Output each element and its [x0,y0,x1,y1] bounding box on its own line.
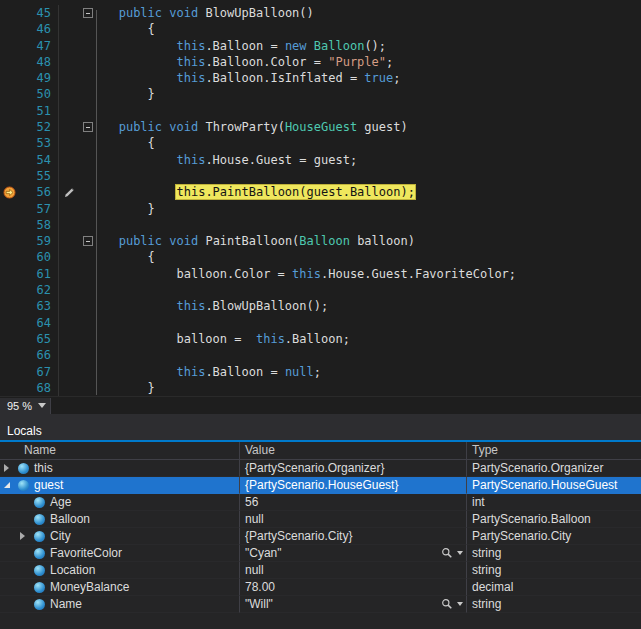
code-text[interactable] [97,168,641,184]
value-cell[interactable]: null [240,562,467,579]
code-text[interactable]: public void PaintBalloon(Balloon balloon… [97,233,641,249]
zoom-control[interactable]: 95 % [0,398,51,414]
code-token: { [97,250,155,264]
code-text[interactable]: this.BlowUpBalloon(); [97,298,641,314]
locals-row-balloon[interactable]: BalloonnullPartyScenario.Balloon [0,511,641,528]
breakpoint-margin[interactable] [0,298,18,314]
breakpoint-margin[interactable] [0,233,18,249]
code-text[interactable]: this.Balloon.IsInflated = true; [97,70,641,86]
breakpoint-margin[interactable] [0,21,18,37]
locals-row-moneybalance[interactable]: MoneyBalance78.00decimal [0,579,641,596]
column-header-type[interactable]: Type [467,442,641,459]
indicator-margin [59,54,79,70]
column-header-value[interactable]: Value [240,442,467,459]
code-text[interactable]: this.Balloon = new Balloon(); [97,38,641,54]
visualizer-dropdown-icon[interactable] [457,551,463,555]
code-text[interactable]: { [97,249,641,265]
breakpoint-margin[interactable] [0,86,18,102]
value-cell[interactable]: {PartyScenario.Organizer} [240,460,467,477]
breakpoint-margin[interactable] [0,152,18,168]
code-text[interactable]: } [97,201,641,217]
breakpoint-margin[interactable] [0,249,18,265]
code-text[interactable] [97,315,641,331]
code-text[interactable]: { [97,135,641,151]
breakpoint-margin[interactable] [0,380,18,396]
value-cell[interactable]: null [240,511,467,528]
code-text[interactable]: this.Balloon.Color = "Purple"; [97,54,641,70]
code-text[interactable] [97,347,641,363]
breakpoint-margin[interactable] [0,119,18,135]
breakpoint-margin[interactable] [0,315,18,331]
fold-margin [79,201,97,217]
locals-row-guest[interactable]: guest{PartyScenario.HouseGuest}PartyScen… [0,477,641,494]
value-cell[interactable]: 78.00 [240,579,467,596]
locals-panel-title[interactable]: Locals [0,423,641,442]
code-text[interactable]: this.Balloon = null; [97,364,641,380]
code-text[interactable]: this.House.Guest = guest; [97,152,641,168]
indicator-margin [59,119,79,135]
locals-row-location[interactable]: Locationnullstring [0,562,641,579]
window-splitter[interactable] [0,414,641,423]
tree-collapse-arrow-icon[interactable] [4,482,18,488]
name-cell[interactable]: guest [0,477,240,494]
value-cell[interactable]: 56 [240,494,467,511]
breakpoint-margin[interactable] [0,38,18,54]
breakpoint-margin[interactable] [0,282,18,298]
code-text[interactable]: public void ThrowParty(HouseGuest guest) [97,119,641,135]
locals-row-name[interactable]: Name"Will"string [0,596,641,613]
breakpoint-margin[interactable] [0,54,18,70]
breakpoint-margin[interactable] [0,5,18,21]
code-text[interactable]: { [97,21,641,37]
breakpoint-margin[interactable] [0,331,18,347]
column-header-name[interactable]: Name [0,442,240,459]
collapse-region-icon[interactable] [83,122,93,132]
indicator-margin [59,168,79,184]
code-text[interactable] [97,217,641,233]
current-statement-marker-icon[interactable] [0,184,18,200]
breakpoint-margin[interactable] [0,70,18,86]
code-editor[interactable]: 45 public void BlowUpBalloon()46 {47 thi… [0,0,641,414]
locals-row-age[interactable]: Age56int [0,494,641,511]
breakpoint-margin[interactable] [0,364,18,380]
name-cell[interactable]: Balloon [0,511,240,528]
name-cell[interactable]: Age [0,494,240,511]
code-text[interactable]: } [97,380,641,396]
breakpoint-margin[interactable] [0,217,18,233]
name-cell[interactable]: City [0,528,240,545]
locals-row-city[interactable]: City{PartyScenario.City}PartyScenario.Ci… [0,528,641,545]
tree-expand-arrow-icon[interactable] [4,464,18,472]
code-text[interactable] [97,282,641,298]
value-cell[interactable]: "Will" [240,596,467,613]
value-cell[interactable]: {PartyScenario.HouseGuest} [240,477,467,494]
name-cell[interactable]: this [0,460,240,477]
code-text[interactable]: } [97,86,641,102]
value-cell[interactable]: {PartyScenario.City} [240,528,467,545]
breakpoint-margin[interactable] [0,103,18,119]
name-cell[interactable]: Name [0,596,240,613]
breakpoint-margin[interactable] [0,168,18,184]
name-cell[interactable]: MoneyBalance [0,579,240,596]
collapse-region-icon[interactable] [83,8,93,18]
visualizer-dropdown-icon[interactable] [457,602,463,606]
code-text[interactable]: balloon.Color = this.House.Guest.Favorit… [97,266,641,282]
breakpoint-margin[interactable] [0,266,18,282]
breakpoint-margin[interactable] [0,347,18,363]
code-text[interactable]: this.PaintBalloon(guest.Balloon); [97,184,641,200]
code-text[interactable]: public void BlowUpBalloon() [97,5,641,21]
tree-expand-arrow-icon[interactable] [20,532,34,540]
indicator-margin [59,249,79,265]
breakpoint-margin[interactable] [0,135,18,151]
code-text[interactable]: balloon = this.Balloon; [97,331,641,347]
name-cell[interactable]: FavoriteColor [0,545,240,562]
code-token: guest) [357,120,408,134]
breakpoint-margin[interactable] [0,201,18,217]
locals-row-favoritecolor[interactable]: FavoriteColor"Cyan"string [0,545,641,562]
text-visualizer-magnifier-icon[interactable] [441,598,453,610]
name-cell[interactable]: Location [0,562,240,579]
locals-row-this[interactable]: this{PartyScenario.Organizer}PartyScenar… [0,460,641,477]
text-visualizer-magnifier-icon[interactable] [441,547,453,559]
value-cell[interactable]: "Cyan" [240,545,467,562]
collapse-region-icon[interactable] [83,236,93,246]
chevron-down-icon[interactable] [38,403,46,408]
code-text[interactable] [97,103,641,119]
